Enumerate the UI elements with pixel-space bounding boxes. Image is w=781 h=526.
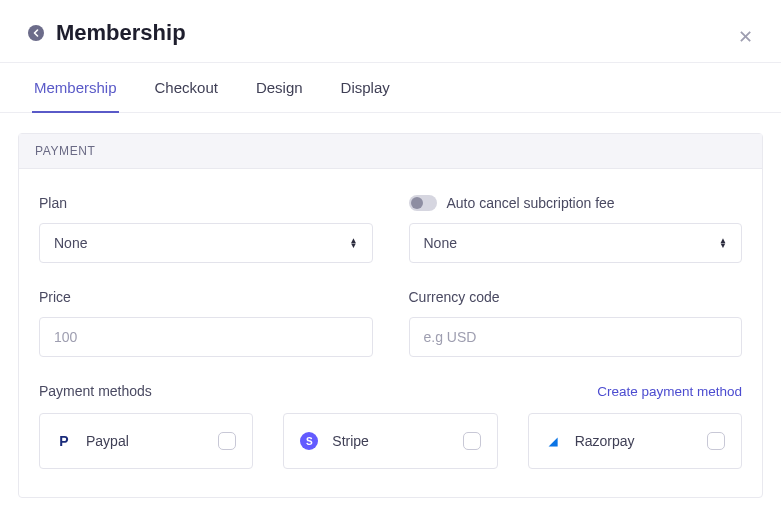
price-input-wrapper	[39, 317, 373, 357]
scroll-area[interactable]: PAYMENT Plan None ▲▼ Auto cancel subcrip…	[0, 113, 781, 504]
method-card-razorpay[interactable]: ◢ Razorpay	[528, 413, 742, 469]
panel-body: Plan None ▲▼ Auto cancel subcription fee…	[19, 169, 762, 497]
auto-cancel-select-value: None	[424, 235, 457, 251]
razorpay-icon: ◢	[545, 433, 561, 449]
price-input[interactable]	[54, 329, 358, 345]
create-payment-method-link[interactable]: Create payment method	[597, 384, 742, 399]
row-plan: Plan None ▲▼ Auto cancel subcription fee…	[39, 195, 742, 263]
close-icon[interactable]: ✕	[738, 28, 753, 46]
method-name: Razorpay	[575, 433, 635, 449]
stripe-checkbox[interactable]	[463, 432, 481, 450]
caret-icon: ▲▼	[350, 238, 358, 248]
paypal-checkbox[interactable]	[218, 432, 236, 450]
col-plan: Plan None ▲▼	[39, 195, 373, 263]
auto-cancel-toggle[interactable]	[409, 195, 437, 211]
col-price: Price	[39, 289, 373, 357]
col-currency: Currency code	[409, 289, 743, 357]
currency-label: Currency code	[409, 289, 743, 305]
tab-display[interactable]: Display	[339, 63, 392, 112]
row-price: Price Currency code	[39, 289, 742, 357]
panel-title: PAYMENT	[19, 134, 762, 169]
method-left: ◢ Razorpay	[545, 433, 635, 449]
auto-cancel-select[interactable]: None ▲▼	[409, 223, 743, 263]
membership-modal: Membership ✕ Membership Checkout Design …	[0, 0, 781, 526]
plan-label: Plan	[39, 195, 373, 211]
methods-row: P Paypal S Stripe ◢	[39, 413, 742, 469]
tab-checkout[interactable]: Checkout	[153, 63, 220, 112]
paypal-icon: P	[56, 433, 72, 449]
method-card-stripe[interactable]: S Stripe	[283, 413, 497, 469]
payment-panel: PAYMENT Plan None ▲▼ Auto cancel subcrip…	[18, 133, 763, 498]
currency-input-wrapper	[409, 317, 743, 357]
stripe-icon: S	[300, 432, 318, 450]
currency-input[interactable]	[424, 329, 728, 345]
col-auto-cancel: Auto cancel subcription fee None ▲▼	[409, 195, 743, 263]
methods-label: Payment methods	[39, 383, 152, 399]
modal-header: Membership	[0, 0, 781, 62]
method-left: S Stripe	[300, 432, 369, 450]
back-icon[interactable]	[28, 25, 44, 41]
method-name: Stripe	[332, 433, 369, 449]
price-label: Price	[39, 289, 373, 305]
auto-cancel-label: Auto cancel subcription fee	[447, 195, 615, 211]
tab-membership[interactable]: Membership	[32, 63, 119, 112]
method-card-paypal[interactable]: P Paypal	[39, 413, 253, 469]
caret-icon: ▲▼	[719, 238, 727, 248]
tab-design[interactable]: Design	[254, 63, 305, 112]
razorpay-checkbox[interactable]	[707, 432, 725, 450]
tabs: Membership Checkout Design Display	[0, 62, 781, 113]
plan-select-value: None	[54, 235, 87, 251]
plan-select[interactable]: None ▲▼	[39, 223, 373, 263]
method-name: Paypal	[86, 433, 129, 449]
methods-header: Payment methods Create payment method	[39, 383, 742, 399]
page-title: Membership	[56, 20, 186, 46]
method-left: P Paypal	[56, 433, 129, 449]
